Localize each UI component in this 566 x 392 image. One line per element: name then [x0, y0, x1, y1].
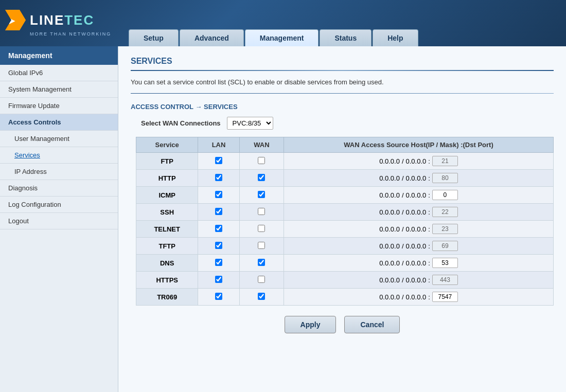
- cell-wan-access: 0.0.0.0 / 0.0.0.0 :: [284, 170, 554, 187]
- cell-lan: [198, 221, 239, 238]
- checkbox-lan-https[interactable]: [215, 276, 222, 283]
- cell-service: TR069: [136, 289, 198, 306]
- slash-separator: /: [402, 276, 404, 284]
- sidebar-item-logout[interactable]: Logout: [0, 213, 118, 229]
- colon-separator: :: [428, 225, 430, 233]
- cancel-button[interactable]: Cancel: [344, 316, 400, 333]
- thin-blue-divider: [131, 93, 554, 94]
- ip-value: 0.0.0.0: [379, 225, 400, 233]
- cell-wan-access: 0.0.0.0 / 0.0.0.0 :: [284, 272, 554, 289]
- checkbox-wan-dns[interactable]: [258, 259, 265, 266]
- checkbox-wan-ssh[interactable]: [258, 208, 265, 215]
- cell-wan: [239, 272, 284, 289]
- cell-lan: [198, 153, 239, 170]
- table-row: TELNET0.0.0.0 / 0.0.0.0 :: [136, 221, 554, 238]
- ip-mask-port-cell: 0.0.0.0 / 0.0.0.0 :: [289, 241, 548, 251]
- sidebar-section-management: Management: [0, 46, 118, 65]
- checkbox-wan-tftp[interactable]: [258, 242, 265, 249]
- cell-service: TFTP: [136, 238, 198, 255]
- table-row: ICMP0.0.0.0 / 0.0.0.0 :: [136, 187, 554, 204]
- description-text: You can set a service control list (SCL)…: [131, 78, 554, 86]
- slash-separator: /: [402, 174, 404, 182]
- mask-value: 0.0.0.0: [406, 293, 427, 301]
- svg-text:▶: ▶: [9, 16, 15, 25]
- ip-mask-port-cell: 0.0.0.0 / 0.0.0.0 :: [289, 224, 548, 234]
- slash-separator: /: [402, 293, 404, 301]
- slash-separator: /: [402, 208, 404, 216]
- ip-value: 0.0.0.0: [379, 259, 400, 267]
- tab-status[interactable]: Status: [320, 29, 372, 46]
- cell-service: HTTP: [136, 170, 198, 187]
- button-row: Apply Cancel: [131, 316, 554, 333]
- checkbox-lan-dns[interactable]: [215, 259, 222, 266]
- sidebar-item-log-configuration[interactable]: Log Configuration: [0, 197, 118, 213]
- wan-connection-select[interactable]: PVC:8/35 PVC:0/35 PVC:1/35: [227, 117, 273, 130]
- tab-setup[interactable]: Setup: [129, 29, 179, 46]
- port-input-ftp: [432, 156, 458, 166]
- ip-value: 0.0.0.0: [379, 157, 400, 165]
- ip-value: 0.0.0.0: [379, 242, 400, 250]
- sidebar-item-ip-address[interactable]: IP Address: [0, 164, 118, 180]
- checkbox-lan-ssh[interactable]: [215, 208, 222, 215]
- col-lan: LAN: [198, 137, 239, 153]
- logo-box: ▶ LINETEC: [5, 10, 94, 30]
- colon-separator: :: [428, 208, 430, 216]
- checkbox-wan-https[interactable]: [258, 276, 265, 283]
- checkbox-lan-telnet[interactable]: [215, 225, 222, 232]
- tab-advanced[interactable]: Advanced: [180, 29, 244, 46]
- mask-value: 0.0.0.0: [406, 157, 427, 165]
- colon-separator: :: [428, 242, 430, 250]
- col-wan-access: WAN Access Source Host(IP / Mask) :(Dst …: [284, 137, 554, 153]
- cell-service: HTTPS: [136, 272, 198, 289]
- sidebar-item-global-ipv6[interactable]: Global IPv6: [0, 65, 118, 81]
- sidebar-item-user-management[interactable]: User Management: [0, 131, 118, 147]
- ip-mask-port-cell: 0.0.0.0 / 0.0.0.0 :: [289, 190, 548, 200]
- ip-mask-port-cell: 0.0.0.0 / 0.0.0.0 :: [289, 258, 548, 268]
- ip-mask-port-cell: 0.0.0.0 / 0.0.0.0 :: [289, 207, 548, 217]
- sidebar-item-firmware-update[interactable]: Firmware Update: [0, 98, 118, 114]
- logo-text: LINETEC: [30, 12, 94, 28]
- sidebar-item-access-controls[interactable]: Access Controls: [0, 114, 118, 131]
- port-input-tr069[interactable]: [432, 292, 458, 302]
- sidebar-item-diagnosis[interactable]: Diagnosis: [0, 180, 118, 197]
- cell-lan: [198, 204, 239, 221]
- checkbox-lan-http[interactable]: [215, 174, 222, 181]
- slash-separator: /: [402, 191, 404, 199]
- checkbox-wan-http[interactable]: [258, 174, 265, 181]
- colon-separator: :: [428, 174, 430, 182]
- cell-wan: [239, 170, 284, 187]
- cell-wan: [239, 187, 284, 204]
- checkbox-lan-icmp[interactable]: [215, 191, 222, 198]
- port-input-icmp[interactable]: [432, 190, 458, 200]
- nav-tabs: Setup Advanced Management Status Help: [123, 0, 418, 46]
- checkbox-wan-ftp[interactable]: [258, 157, 265, 164]
- port-input-dns[interactable]: [432, 258, 458, 268]
- select-wan-label: Select WAN Connections: [141, 119, 221, 127]
- tab-help[interactable]: Help: [373, 29, 418, 46]
- port-input-http: [432, 173, 458, 183]
- cell-wan: [239, 204, 284, 221]
- sidebar-item-services[interactable]: Services: [0, 147, 118, 164]
- tab-management[interactable]: Management: [245, 29, 319, 46]
- port-input-telnet: [432, 224, 458, 234]
- ip-value: 0.0.0.0: [379, 191, 400, 199]
- checkbox-wan-icmp[interactable]: [258, 191, 265, 198]
- table-row: DNS0.0.0.0 / 0.0.0.0 :: [136, 255, 554, 272]
- checkbox-lan-tftp[interactable]: [215, 242, 222, 249]
- services-table: Service LAN WAN WAN Access Source Host(I…: [136, 137, 554, 306]
- port-input-tftp: [432, 241, 458, 251]
- cell-wan: [239, 153, 284, 170]
- cell-wan-access: 0.0.0.0 / 0.0.0.0 :: [284, 187, 554, 204]
- checkbox-lan-ftp[interactable]: [215, 157, 222, 164]
- table-row: TFTP0.0.0.0 / 0.0.0.0 :: [136, 238, 554, 255]
- apply-button[interactable]: Apply: [285, 316, 337, 333]
- cell-wan: [239, 289, 284, 306]
- cell-service: SSH: [136, 204, 198, 221]
- checkbox-lan-tr069[interactable]: [215, 293, 222, 300]
- services-link[interactable]: Services: [14, 151, 40, 159]
- cell-wan-access: 0.0.0.0 / 0.0.0.0 :: [284, 221, 554, 238]
- cell-wan-access: 0.0.0.0 / 0.0.0.0 :: [284, 153, 554, 170]
- checkbox-wan-tr069[interactable]: [258, 293, 265, 300]
- sidebar-item-system-management[interactable]: System Management: [0, 81, 118, 98]
- checkbox-wan-telnet[interactable]: [258, 225, 265, 232]
